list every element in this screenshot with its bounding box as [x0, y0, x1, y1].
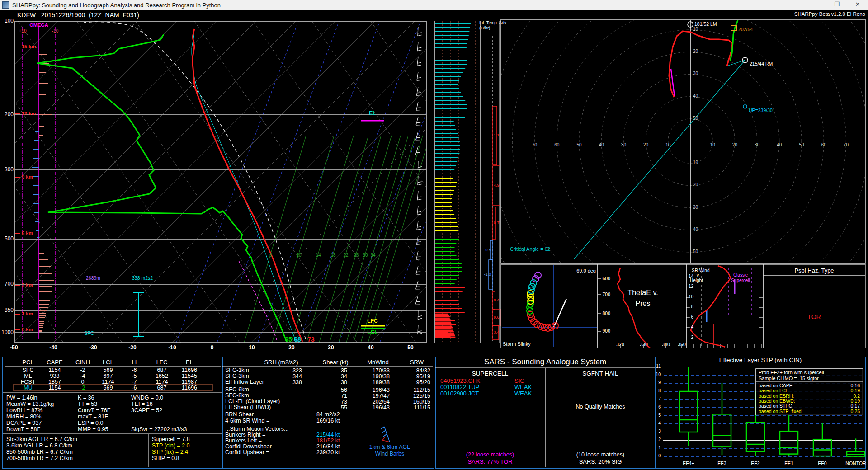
virtual-temp-trace: [239, 261, 277, 341]
stp-box-EF0: [813, 423, 831, 456]
temp-adv-bar: [493, 207, 495, 240]
sounding-graphics: [0, 0, 868, 470]
srwind-curve: [691, 266, 731, 347]
temp-adv-bar: [490, 240, 493, 260]
slinky-ring: [528, 315, 535, 321]
sharppy-window: SHARPpy: Sounding and Hodograph Analysis…: [0, 0, 868, 470]
omega-bars: [32, 54, 54, 332]
dewpoint-curve: [37, 34, 287, 342]
parcel-trace: [84, 22, 306, 339]
skewt-background: [0, 21, 769, 343]
temp-adv-bar: [493, 166, 500, 206]
selected-parcel-highlight: [14, 384, 212, 391]
stp-box-NONTOR: [847, 438, 865, 456]
thetae-curve: [618, 268, 650, 348]
slinky-ring: [535, 272, 541, 278]
slinky-ring: [538, 323, 544, 329]
temp-adv-bar: [493, 325, 499, 340]
temp-adv-bar: [493, 106, 497, 165]
panel-border: [222, 357, 434, 468]
stp-box-EF4+: [679, 367, 698, 446]
stp-box-EF3: [713, 383, 731, 455]
temp-adv-bar: [493, 291, 495, 310]
temperature-curve: [193, 29, 302, 342]
stp-box-EF1: [780, 414, 798, 456]
panel-border: [3, 357, 222, 468]
wind-speed-bars: [435, 24, 471, 337]
storm-barb-glyph: [381, 427, 390, 442]
hodo-trace-low: [669, 31, 732, 97]
slinky-ring: [529, 283, 535, 290]
corfidi-up-marker: [743, 105, 747, 108]
sounding-curves: [37, 22, 306, 342]
temp-adv-bar: [489, 260, 493, 289]
